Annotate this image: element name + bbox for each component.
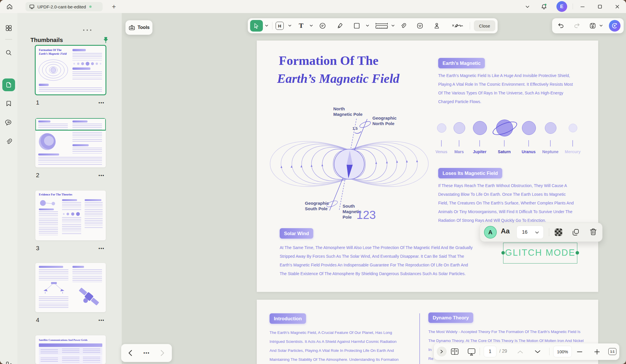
comment-tool-button[interactable] [319, 22, 326, 29]
thumbnail-page-5[interactable]: Satellite Communications And Power Grids [35, 335, 106, 364]
text-line: Earth's Magnetic Field Provides An Indis… [280, 261, 473, 269]
chevron-down-icon [525, 4, 530, 9]
sidebar-item-grid[interactable] [5, 25, 12, 32]
measure-tool-button[interactable] [374, 22, 389, 29]
para-earths-magnetic: The Earth's Magnetic Field Is Like A Hug… [438, 71, 573, 106]
actual-size-button[interactable]: 1:1 [608, 348, 616, 355]
previous-page-button[interactable] [517, 350, 524, 354]
thumbnail-2-menu[interactable]: ••• [99, 173, 105, 178]
stamp-tool-button[interactable] [433, 22, 440, 29]
undo-button[interactable] [557, 22, 564, 29]
document-tab[interactable]: UPDF-2.0-cant-be-edited [26, 2, 103, 11]
shape-tool-chevron[interactable] [366, 25, 369, 27]
thumbnail-3-menu[interactable]: ••• [99, 246, 105, 251]
more-pages-button[interactable]: ••• [140, 350, 153, 355]
planet-mercury [569, 124, 577, 132]
text-line: The Earth's Magnetic Field Is Like A Hug… [438, 71, 573, 80]
planet-label-mercury: Mercury [560, 149, 586, 154]
zoom-level-input[interactable]: 100% [553, 346, 572, 357]
page-number-input[interactable]: 1 [484, 346, 496, 357]
copy-button[interactable] [572, 228, 580, 237]
heading-tool-button[interactable]: H [276, 22, 284, 30]
next-page-button[interactable] [534, 350, 541, 354]
sidebar-item-comments[interactable] [5, 119, 12, 126]
opacity-button[interactable] [555, 228, 562, 236]
thumbnail-nav-pill: ••• [121, 344, 172, 362]
heading-tool-chevron[interactable] [288, 25, 291, 27]
font-size-select[interactable]: 16 [516, 226, 544, 239]
thumbnail-page-3[interactable]: Evidence For The Theories [35, 191, 106, 240]
panel-drag-handle[interactable] [82, 29, 92, 31]
thumbnail-1-menu[interactable]: ••• [99, 100, 105, 105]
presentation-icon [467, 348, 476, 356]
redo-button[interactable] [574, 22, 580, 29]
notifications-button[interactable] [540, 2, 548, 11]
sidebar-item-attachments[interactable] [5, 138, 12, 145]
sidebar-divider [5, 39, 12, 40]
tools-button[interactable]: Tools [125, 20, 152, 35]
bookmark-icon [5, 100, 12, 107]
sidebar-item-swatches[interactable] [5, 361, 12, 364]
minimize-icon [580, 4, 585, 9]
para-solar-wind: At The Same Time, The Atmosphere Will Al… [280, 243, 473, 278]
thumbnail-page-1[interactable]: Formation Of The Earth’s Magnetic Field [35, 45, 106, 95]
attach-tool-button[interactable] [400, 22, 407, 29]
selected-text-box[interactable]: GLITCH MODE [503, 243, 577, 264]
zoom-out-button[interactable] [577, 351, 582, 352]
signature-tool-button[interactable] [450, 22, 465, 29]
font-style-button[interactable]: Aa [501, 227, 510, 235]
para-introduction: The Earth's Magnetic Field, A Crucial Fe… [270, 328, 398, 364]
badge-introduction: Introduction [270, 313, 306, 324]
sidebar-item-thumbnails[interactable] [2, 78, 15, 91]
maximize-button[interactable] [596, 2, 604, 11]
select-tool-button[interactable] [250, 20, 263, 32]
sidebar-item-bookmarks[interactable] [5, 100, 12, 107]
close-window-button[interactable] [613, 2, 622, 11]
comment-tool-icon [319, 22, 326, 29]
close-toolbar-button[interactable]: Close [474, 20, 495, 31]
resize-handle-right[interactable] [576, 251, 579, 255]
thumb3-badge2 [62, 199, 77, 201]
prev-page-button[interactable] [128, 350, 133, 356]
home-button[interactable] [5, 2, 14, 11]
font-color-button[interactable]: A [484, 226, 497, 239]
resize-handle-left[interactable] [501, 251, 505, 255]
thumbnail-4-menu[interactable]: ••• [99, 318, 105, 323]
collapse-bar-button[interactable] [437, 347, 447, 356]
pin-panel-button[interactable] [102, 36, 110, 44]
selected-text: GLITCH MODE [503, 248, 577, 258]
highlighter-icon [336, 22, 343, 29]
planet-neptune [545, 122, 556, 134]
reading-mode-button[interactable] [451, 348, 459, 355]
tabs-dropdown-button[interactable] [523, 2, 532, 11]
thumbnail-page-4[interactable] [35, 263, 106, 312]
chevron-right-icon [440, 350, 443, 354]
planet-tick [479, 140, 480, 147]
minimize-button[interactable] [578, 2, 587, 11]
save-button[interactable] [589, 22, 596, 29]
new-tab-button[interactable]: + [110, 2, 118, 11]
text-tool-button[interactable]: T [299, 22, 303, 30]
doc-title-line2: Earth’s Magnetic Field [277, 71, 399, 86]
ai-assistant-button[interactable] [609, 20, 620, 32]
zoom-in-button[interactable] [594, 349, 600, 354]
presentation-mode-button[interactable] [467, 348, 476, 356]
next-page-button[interactable] [160, 350, 165, 356]
text-tool-chevron[interactable] [310, 25, 313, 27]
text-line: Playing A Vital Role In The Cosmic Envir… [438, 80, 573, 89]
save-chevron[interactable] [600, 25, 603, 27]
sidebar-item-search[interactable] [5, 49, 12, 56]
sidebar-rail [0, 13, 17, 364]
delete-button[interactable] [589, 228, 598, 236]
planet-uranus [522, 121, 536, 135]
highlighter-tool-button[interactable] [336, 22, 343, 29]
sticker-tool-button[interactable] [416, 22, 423, 29]
select-tool-chevron[interactable] [265, 25, 268, 27]
thumbnail-page-2[interactable] [35, 118, 106, 167]
home-icon [6, 3, 13, 10]
avatar[interactable]: E [556, 1, 567, 12]
pin-icon [102, 36, 110, 44]
measure-tool-chevron[interactable] [392, 25, 394, 27]
thumbnail-2-viewport-box [35, 118, 106, 130]
shape-tool-button[interactable] [353, 22, 360, 29]
